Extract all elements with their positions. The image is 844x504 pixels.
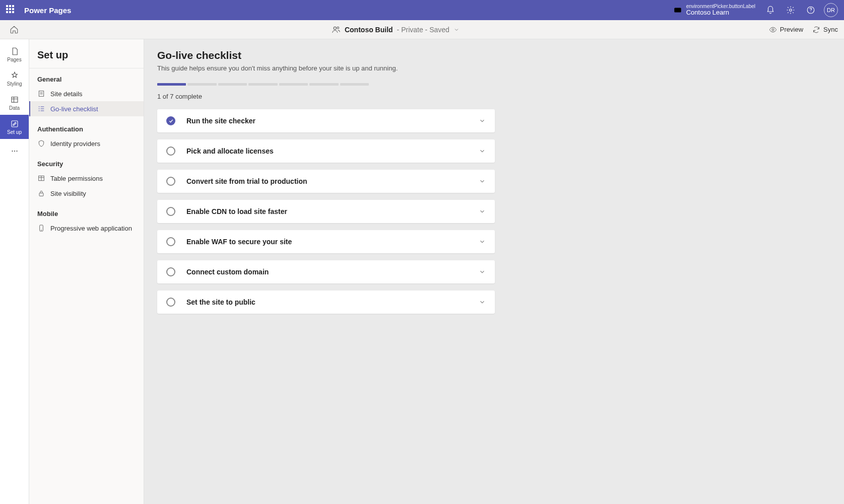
svg-point-5 <box>337 27 339 29</box>
svg-rect-7 <box>12 97 18 102</box>
rail-more[interactable] <box>0 139 29 163</box>
checklist-item-title: Set the site to public <box>186 298 479 306</box>
svg-point-1 <box>790 9 792 12</box>
rail-styling[interactable]: Styling <box>0 66 29 91</box>
app-header: Power Pages environmentPicker.buttonLabe… <box>0 0 844 20</box>
bell-icon <box>766 6 775 15</box>
check-complete-icon <box>166 116 175 125</box>
progress-seg <box>340 83 369 86</box>
checklist-item-title: Enable WAF to secure your site <box>186 238 479 246</box>
environment-picker[interactable]: environmentPicker.buttonLabel Contoso Le… <box>673 4 755 16</box>
check-incomplete-icon <box>166 267 175 276</box>
progress-track <box>157 83 369 86</box>
environment-icon <box>673 6 682 15</box>
checklist-item-public[interactable]: Set the site to public <box>157 291 495 314</box>
checklist-item-waf[interactable]: Enable WAF to secure your site <box>157 230 495 253</box>
svg-point-3 <box>810 12 811 12</box>
environment-name: Contoso Learn <box>686 9 755 16</box>
chevron-down-icon <box>479 268 486 275</box>
progress-seg <box>187 83 216 86</box>
help-button[interactable] <box>801 0 821 20</box>
rail-setup[interactable]: Set up <box>0 115 29 139</box>
sync-icon <box>812 26 820 34</box>
sidebar-item-table-perms[interactable]: Table permissions <box>29 171 144 186</box>
data-icon <box>10 95 19 104</box>
table-icon <box>37 174 45 182</box>
sidebar-item-label: Go-live checklist <box>50 105 98 113</box>
site-picker[interactable]: Contoso Build - Private - Saved <box>22 25 769 34</box>
help-icon <box>806 6 815 15</box>
page-subtitle: This guide helps ensure you don't miss a… <box>157 64 831 72</box>
svg-point-16 <box>41 230 41 230</box>
checklist-item-title: Connect custom domain <box>186 268 479 276</box>
document-icon <box>37 90 45 98</box>
page-icon <box>10 47 19 56</box>
main-layout: Pages Styling Data Set up Set up General… <box>0 39 844 504</box>
home-icon <box>10 25 19 34</box>
check-incomplete-icon <box>166 147 175 156</box>
rail-pages-label: Pages <box>7 57 21 62</box>
checklist-item-title: Pick and allocate licenses <box>186 147 479 155</box>
setup-icon <box>10 119 19 128</box>
preview-button[interactable]: Preview <box>769 26 803 34</box>
waffle-icon[interactable] <box>6 5 16 15</box>
avatar[interactable]: DR <box>824 3 838 17</box>
styling-icon <box>10 71 19 80</box>
sidebar-item-go-live[interactable]: Go-live checklist <box>29 101 144 116</box>
home-button[interactable] <box>6 22 22 38</box>
group-security: Security <box>29 160 144 171</box>
shield-icon <box>37 139 45 148</box>
check-incomplete-icon <box>166 237 175 246</box>
rail-data[interactable]: Data <box>0 91 29 115</box>
checklist-item-domain[interactable]: Connect custom domain <box>157 260 495 283</box>
sidebar-title: Set up <box>29 46 144 68</box>
rail-data-label: Data <box>9 105 20 111</box>
rail-setup-label: Set up <box>7 129 22 135</box>
product-name: Power Pages <box>24 6 71 15</box>
checklist-item-licenses[interactable]: Pick and allocate licenses <box>157 139 495 163</box>
svg-point-11 <box>16 151 17 152</box>
more-icon <box>10 147 19 156</box>
site-status: - Private - Saved <box>397 26 449 34</box>
toolbar: Contoso Build - Private - Saved Preview … <box>0 20 844 39</box>
checklist-icon <box>37 105 45 113</box>
svg-point-4 <box>334 27 336 29</box>
rail-styling-label: Styling <box>7 81 22 87</box>
svg-rect-12 <box>39 91 43 97</box>
content-area: Go-live checklist This guide helps ensur… <box>144 39 844 504</box>
svg-rect-0 <box>674 8 681 12</box>
group-general: General <box>29 76 144 86</box>
sidebar: Set up General Site details Go-live chec… <box>29 39 144 504</box>
gear-icon <box>786 6 795 15</box>
checklist-item-title: Convert site from trial to production <box>186 177 479 185</box>
group-auth: Authentication <box>29 125 144 136</box>
checklist-item-site-checker[interactable]: Run the site checker <box>157 109 495 132</box>
group-mobile: Mobile <box>29 210 144 221</box>
check-incomplete-icon <box>166 177 175 186</box>
settings-button[interactable] <box>781 0 801 20</box>
progress-label: 1 of 7 complete <box>157 93 831 100</box>
preview-label: Preview <box>780 26 803 33</box>
sidebar-item-pwa[interactable]: Progressive web application <box>29 221 144 236</box>
sidebar-item-label: Table permissions <box>50 175 103 182</box>
svg-point-9 <box>12 151 13 152</box>
sidebar-item-site-details[interactable]: Site details <box>29 86 144 101</box>
mobile-icon <box>37 224 45 232</box>
progress-seg <box>218 83 247 86</box>
notifications-button[interactable] <box>760 0 781 20</box>
sidebar-item-identity[interactable]: Identity providers <box>29 136 144 151</box>
checklist-item-title: Run the site checker <box>186 117 479 125</box>
progress-seg <box>279 83 308 86</box>
svg-rect-8 <box>12 121 18 127</box>
sidebar-item-label: Site visibility <box>50 190 86 197</box>
sync-label: Sync <box>823 26 838 33</box>
checklist-item-cdn[interactable]: Enable CDN to load site faster <box>157 200 495 223</box>
progress-seg <box>309 83 338 86</box>
people-icon <box>332 25 341 34</box>
checklist-item-convert[interactable]: Convert site from trial to production <box>157 170 495 193</box>
sidebar-item-label: Identity providers <box>50 140 100 148</box>
lock-icon <box>37 189 45 197</box>
rail-pages[interactable]: Pages <box>0 42 29 66</box>
sync-button[interactable]: Sync <box>812 26 838 34</box>
sidebar-item-site-visibility[interactable]: Site visibility <box>29 186 144 201</box>
